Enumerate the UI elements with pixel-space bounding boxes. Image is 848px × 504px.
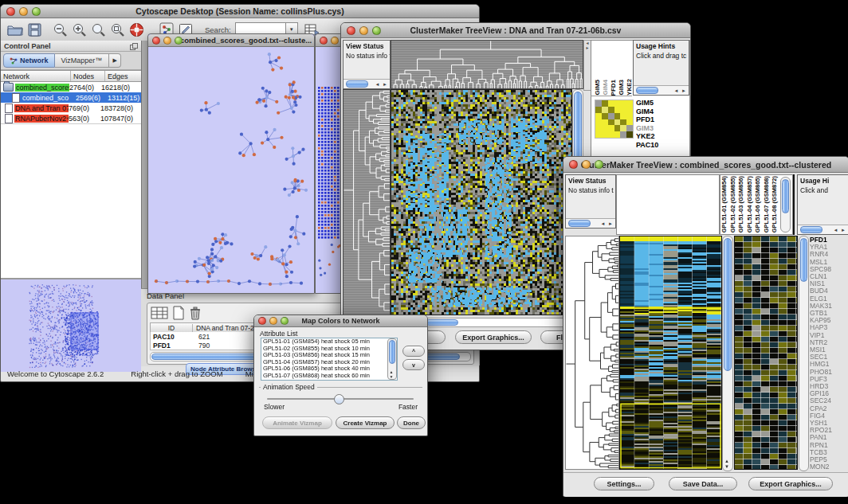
tv1-export-graphics-button[interactable]: Export Graphics... <box>455 330 532 344</box>
tv2-status-scrollbar[interactable]: ◄ ► <box>566 218 615 228</box>
tv2-zoom-heatmap[interactable] <box>734 236 798 470</box>
birdseye-view[interactable] <box>1 278 141 372</box>
network-nodes: 2569(6) <box>76 94 108 102</box>
network-table-header: Network Nodes Edges <box>1 70 141 82</box>
tv1-heatmap[interactable] <box>391 89 572 315</box>
gene-label[interactable]: MON2 <box>810 463 848 469</box>
zoom-in-icon[interactable] <box>69 20 88 39</box>
attribute-select-icon[interactable] <box>151 306 168 323</box>
dialog-titlebar[interactable]: Map Colors to Network <box>254 315 427 327</box>
tv1-zoom-button[interactable] <box>372 26 381 35</box>
dialog-minimize-button[interactable] <box>269 317 277 325</box>
gene-label[interactable]: PFD1 <box>636 115 685 124</box>
new-attribute-icon[interactable] <box>172 306 185 323</box>
tv1-minimize-button[interactable] <box>359 26 368 35</box>
minimize-button[interactable] <box>19 7 28 16</box>
move-down-button[interactable]: v <box>402 359 425 370</box>
network-table-row[interactable]: DNA and Tran 07 769(0) 183728(0) <box>1 103 141 113</box>
tv2-column-label[interactable]: GPL51-08 (GSM872) <box>771 176 779 232</box>
open-session-button[interactable] <box>6 20 25 39</box>
network-frame-titlebar[interactable]: combined_scores_good.txt--cluste... <box>148 34 314 47</box>
tv2-usage-hints-text: Click and <box>798 185 848 194</box>
tv1-column-label[interactable]: GIM4 <box>602 80 610 96</box>
create-vizmap-button[interactable]: Create Vizmap <box>336 416 395 429</box>
tv2-column-label[interactable]: GPL51-01 (GSM854) <box>720 176 729 232</box>
tv2-column-label[interactable]: GPL51-06 (GSM865) <box>754 176 763 232</box>
tv2-close-button[interactable] <box>569 160 578 169</box>
tv2-save-data-button[interactable]: Save Data... <box>669 477 737 490</box>
tv2-heatmap[interactable] <box>619 236 722 470</box>
status-zoom-hint: Right-click + drag to ZOOM <box>131 369 222 378</box>
tv2-heatmap-scrollbar[interactable]: ▲▼ <box>722 236 733 471</box>
gene-label[interactable]: GIM3 <box>636 124 685 133</box>
zoom-fit-icon[interactable] <box>108 20 127 39</box>
gene-label[interactable]: PAC10 <box>636 141 685 150</box>
tv2-hints-scrollbar[interactable]: ◄ ► <box>798 225 848 234</box>
treeview1-titlebar[interactable]: ClusterMaker TreeView : DNA and Tran 07-… <box>341 23 690 38</box>
tv2-zoom-button[interactable] <box>595 160 603 169</box>
network-table-row[interactable]: combined_scores 2764(0) 16218(0) <box>1 82 141 92</box>
tv1-column-dendrogram[interactable] <box>391 40 583 89</box>
help-lifering-icon[interactable] <box>127 20 146 39</box>
dialog-close-button[interactable] <box>258 317 266 325</box>
tv2-column-label[interactable]: GPL51-03 (GSM856) <box>737 176 746 232</box>
attribute-list-scrollbar[interactable]: ▲▼ <box>387 338 397 380</box>
tv1-mini-heatmap[interactable] <box>595 100 634 139</box>
frame-close-button[interactable] <box>152 37 160 45</box>
save-session-button[interactable] <box>25 20 44 39</box>
network-canvas[interactable] <box>148 47 312 292</box>
tv2-column-label[interactable]: GPL51-02 (GSM855) <box>729 176 738 232</box>
frame2-close-button[interactable] <box>320 37 328 45</box>
tv1-close-button[interactable] <box>347 26 355 35</box>
done-button[interactable]: Done <box>397 416 426 429</box>
treeview2-title: ClusterMaker TreeView : combined_scores_… <box>563 160 848 170</box>
tv2-minimize-button[interactable] <box>582 160 591 169</box>
network-edges: 107847(0) <box>100 115 141 123</box>
frame-minimize-button[interactable] <box>163 37 171 45</box>
tv1-status-scrollbar[interactable]: ◄ ► <box>344 79 390 88</box>
treeview2-titlebar[interactable]: ClusterMaker TreeView : combined_scores_… <box>563 157 848 173</box>
dialog-zoom-button[interactable] <box>281 317 289 325</box>
slider-thumb[interactable] <box>334 394 344 404</box>
animate-vizmap-button[interactable]: Animate Vizmap <box>262 416 332 429</box>
main-titlebar[interactable]: Cytoscape Desktop (Session Name: collins… <box>1 5 479 18</box>
tv2-settings-button[interactable]: Settings... <box>594 477 654 490</box>
tab-network[interactable]: Network <box>3 53 55 68</box>
tv1-column-label[interactable]: GIM5 <box>594 80 602 96</box>
tv1-column-label[interactable]: YKE2 <box>626 79 632 96</box>
tv2-genelist-scrollbar[interactable] <box>799 236 809 471</box>
zoom-selected-icon[interactable] <box>88 20 108 39</box>
tv2-column-label[interactable]: GPL51-04 (GSM857) <box>746 176 755 232</box>
network-row-icon <box>3 83 14 92</box>
tv1-hints-scrollbar[interactable]: ◄ ► <box>634 85 689 95</box>
tv2-export-graphics-button[interactable]: Export Graphics... <box>748 477 833 490</box>
tv2-view-status-title: View Status <box>566 175 615 185</box>
attribute-list-item[interactable]: GPL51-07 (GSM868) heat shock 60 min <box>261 373 397 380</box>
network-table-row[interactable]: combined_sco 2569(6) 13112(15) <box>1 92 141 103</box>
zoom-button[interactable] <box>32 7 41 16</box>
network-edges: 16218(0) <box>101 84 141 92</box>
delete-attribute-icon[interactable] <box>189 306 202 323</box>
tv2-column-dendrogram-area[interactable] <box>616 174 720 235</box>
frame2-minimize-button[interactable] <box>331 37 339 45</box>
frame-zoom-button[interactable] <box>175 37 183 45</box>
tv2-column-label[interactable]: GPL51-07 (GSM868) <box>763 176 771 232</box>
float-panel-icon[interactable] <box>130 39 138 53</box>
network-table-row[interactable]: RNAPuberNov2+ 563(0) 107847(0) <box>1 113 141 123</box>
attribute-listbox[interactable]: GPL51-01 (GSM854) heat shock 05 minGPL51… <box>261 338 398 381</box>
move-up-button[interactable]: ^ <box>402 346 425 357</box>
close-button[interactable] <box>6 7 15 16</box>
tv1-row-dendrogram[interactable] <box>343 89 391 315</box>
tab-vizmapper[interactable]: VizMapper™ <box>55 53 110 68</box>
tv2-labels-scrollbar[interactable] <box>780 177 791 232</box>
window-controls[interactable] <box>6 7 41 16</box>
gene-label[interactable]: GIM5 <box>636 99 685 107</box>
tv2-row-dendrogram[interactable] <box>565 236 619 470</box>
tab-overflow-arrow[interactable]: ▶ <box>109 53 120 68</box>
network-row-icon <box>12 93 20 103</box>
tv1-column-label[interactable]: GIM3 <box>618 80 626 96</box>
gene-label[interactable]: GIM4 <box>636 107 685 116</box>
tv1-column-label[interactable]: PFD1 <box>610 80 618 96</box>
zoom-out-icon[interactable] <box>50 20 69 39</box>
gene-label[interactable]: YKE2 <box>636 132 685 141</box>
